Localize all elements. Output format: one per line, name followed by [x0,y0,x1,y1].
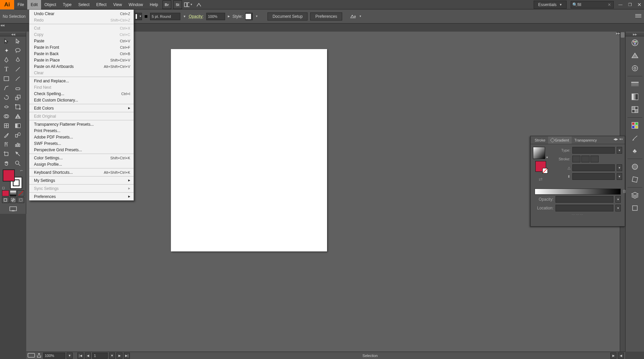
clear-icon[interactable]: ✕ [608,2,611,7]
mesh-tool[interactable] [1,121,12,130]
menu-view[interactable]: View [110,0,126,9]
panel-collapse-icon[interactable]: ▶▶ [616,32,620,35]
default-icon[interactable]: ◻ [2,186,5,190]
first-artboard-icon[interactable]: |◀ [77,353,83,359]
gradient-type-dropdown[interactable]: ▼ [617,147,622,154]
menu-window[interactable]: Window [125,0,146,9]
edit-my-settings[interactable]: My Settings [29,177,134,184]
paintbrush-tool[interactable] [12,74,24,83]
fill-swatch[interactable] [3,169,15,182]
column-graph-tool[interactable] [12,140,24,149]
stop-opacity-dropdown[interactable]: ▼ [615,196,621,203]
shaper-tool[interactable] [1,83,12,93]
opacity-label[interactable]: Opacity: [189,14,204,19]
zoom-input[interactable]: 100% [43,353,65,359]
magic-wand-tool[interactable]: ✦ [1,46,12,55]
artboard[interactable] [171,49,327,251]
gradient-type-select[interactable] [572,147,615,154]
search-box[interactable]: 🔍 ✕ [571,1,614,8]
none-mode[interactable] [17,190,24,196]
edit-paste-on-all-artboards[interactable]: Paste on All ArtboardsAlt+Shift+Ctrl+V [29,63,134,70]
menu-object[interactable]: Object [41,0,60,9]
gpu-status-icon[interactable] [28,353,35,358]
selection-tool[interactable] [1,36,12,46]
panel-collapse[interactable]: ◀▶ [613,137,618,142]
transparency-panel-icon[interactable] [628,104,642,116]
stroke-within[interactable] [572,156,580,162]
direct-selection-tool[interactable] [12,36,24,46]
gpu-icon[interactable] [195,0,204,9]
free-transform-tool[interactable] [12,102,24,112]
edit-edit-custom-dictionary-[interactable]: Edit Custom Dictionary... [29,97,134,103]
preferences-button[interactable]: Preferences [310,12,342,21]
reverse-grad-icon[interactable]: ⇄ [539,176,543,182]
gradient-slider[interactable]: 🗑 [535,189,621,195]
gradient-tool[interactable] [12,121,24,130]
search-input[interactable] [577,2,608,7]
swap-icon[interactable]: ⤺ [20,169,23,172]
aspect-dropdown[interactable]: ▼ [617,173,622,180]
stop-opacity-input[interactable] [556,196,613,203]
tab-transparency[interactable]: Transparency [572,136,600,144]
eyedropper-tool[interactable] [1,130,12,140]
stop-location-dropdown[interactable]: ▼ [615,205,621,211]
stroke-across[interactable] [591,156,599,162]
edit-adobe-pdf-presets-[interactable]: Adobe PDF Presets... [29,134,134,140]
draw-normal[interactable] [2,197,9,203]
line-tool[interactable] [12,65,24,74]
width-tool[interactable] [1,102,12,112]
doc-collapse-icon[interactable]: ◀◀ [0,24,5,27]
stroke-profile-select[interactable]: 5 pt. Round [150,13,180,20]
layers-panel-icon[interactable] [628,189,642,201]
artboards-panel-icon[interactable] [628,202,642,214]
edit-paste-in-front[interactable]: Paste in FrontCtrl+F [29,44,134,50]
color-panel-icon[interactable] [628,37,642,49]
workspace-switcher[interactable]: Essentials▼ [534,1,567,9]
close-icon[interactable]: ✕ [635,0,644,9]
hscroll-left[interactable]: ◀ [618,353,624,359]
artboard-nav-input[interactable]: 1 [92,353,108,359]
zoom-tool[interactable] [12,159,24,168]
tab-stroke[interactable]: Stroke [532,136,548,144]
edit-keyboard-shortcuts-[interactable]: Keyboard Shortcuts...Alt+Shift+Ctrl+K [29,169,134,175]
brushes-panel-icon[interactable] [628,132,642,144]
panel-grip[interactable]: ⋯⋯⋯ [531,213,625,215]
fill-swatch-panel[interactable] [535,161,546,172]
eraser-tool[interactable] [12,83,24,93]
menu-edit[interactable]: Edit [27,0,41,9]
symbols-panel-icon[interactable]: ♣ [628,145,642,157]
style-dropdown[interactable]: ▼ [255,15,258,18]
aspect-input[interactable] [572,173,615,180]
hand-tool[interactable] [1,159,12,168]
arrange-docs-icon[interactable]: ▼ [184,0,193,9]
edit-paste-in-back[interactable]: Paste in BackCtrl+B [29,50,134,57]
prev-artboard-icon[interactable]: ◀ [85,353,91,359]
bridge-icon[interactable]: Br [163,0,171,9]
menu-select[interactable]: Select [75,0,93,9]
stock-icon[interactable]: St [173,0,182,9]
curvature-tool[interactable] [12,55,24,65]
scale-tool[interactable] [12,93,24,102]
opacity-dropdown[interactable]: ▶ [228,15,230,18]
menu-type[interactable]: Type [60,0,75,9]
fill-stroke-color[interactable]: ⤺ ◻ [3,169,22,189]
draw-inside[interactable] [17,197,24,203]
lasso-tool[interactable] [12,46,24,55]
color-mode[interactable] [2,190,9,196]
last-artboard-icon[interactable]: ▶| [124,353,130,359]
stroke-panel-icon[interactable] [628,78,642,90]
fill-color-picker[interactable]: ▼ [135,13,142,20]
graphic-styles-panel-icon[interactable] [628,173,642,186]
gradient-panel-icon[interactable] [628,91,642,103]
edit-preferences[interactable]: Preferences [29,193,134,200]
shape-builder-tool[interactable] [1,112,12,121]
tools-collapse-icon[interactable]: ◀◀ [0,33,26,36]
edit-edit-colors[interactable]: Edit Colors [29,105,134,111]
stop-location-input[interactable] [556,205,613,211]
artboard-dropdown[interactable]: ▼ [109,353,115,359]
angle-input[interactable] [572,164,615,171]
rotate-tool[interactable] [1,93,12,102]
edit-paste[interactable]: PasteCtrl+V [29,38,134,44]
minimize-icon[interactable]: — [616,0,625,9]
angle-dropdown[interactable]: ▼ [617,164,622,171]
